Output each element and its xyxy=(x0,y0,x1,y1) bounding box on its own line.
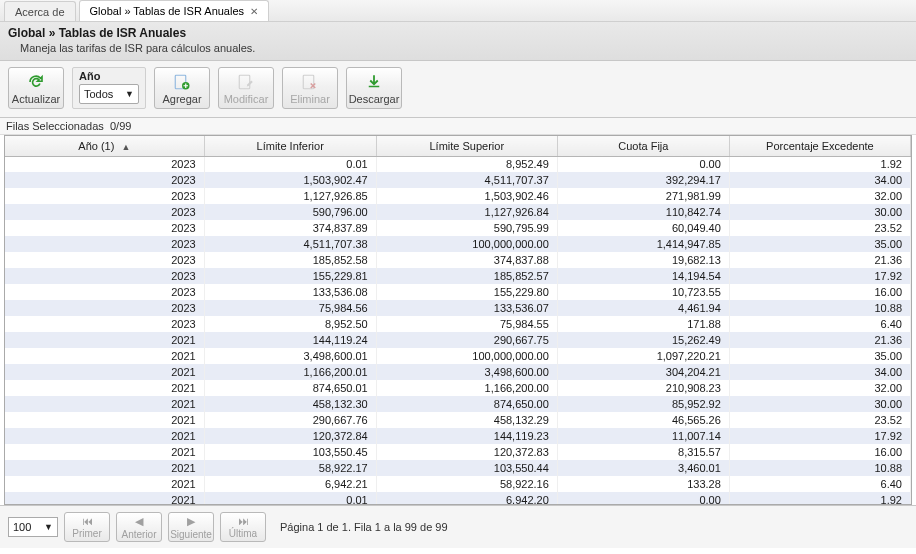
table-row[interactable]: 20238,952.5075,984.55171.886.40 xyxy=(5,316,911,332)
cell-lower: 120,372.84 xyxy=(204,428,376,444)
cell-upper: 590,795.99 xyxy=(376,220,557,236)
cell-year: 2021 xyxy=(5,428,204,444)
add-button[interactable]: Agregar xyxy=(154,67,210,109)
pager: 100 ▼ ⏮ Primer ◀ Anterior ▶ Siguiente ⏭ … xyxy=(0,505,916,548)
modify-button[interactable]: Modificar xyxy=(218,67,274,109)
header-label: Cuota Fija xyxy=(618,140,668,152)
table-row[interactable]: 20210.016,942.200.001.92 xyxy=(5,492,911,504)
table-row[interactable]: 202158,922.17103,550.443,460.0110.88 xyxy=(5,460,911,476)
table-row[interactable]: 2023133,536.08155,229.8010,723.5516.00 xyxy=(5,284,911,300)
year-value: Todos xyxy=(84,88,113,100)
tab-about[interactable]: Acerca de xyxy=(4,1,76,21)
cell-year: 2021 xyxy=(5,412,204,428)
table-row[interactable]: 20231,503,902.474,511,707.37392,294.1734… xyxy=(5,172,911,188)
table-row[interactable]: 2021103,550.45120,372.838,315.5716.00 xyxy=(5,444,911,460)
cell-lower: 8,952.50 xyxy=(204,316,376,332)
header-label: Porcentaje Excedente xyxy=(766,140,874,152)
table-row[interactable]: 2021290,667.76458,132.2946,565.2623.52 xyxy=(5,412,911,428)
cell-upper: 3,498,600.00 xyxy=(376,364,557,380)
cell-percent: 30.00 xyxy=(729,204,910,220)
delete-icon xyxy=(301,73,319,91)
cell-percent: 23.52 xyxy=(729,412,910,428)
data-grid-scroll[interactable]: Año (1) ▲ Límite Inferior Límite Superio… xyxy=(5,136,911,504)
refresh-button[interactable]: Actualizar xyxy=(8,67,64,109)
year-label: Año xyxy=(79,70,139,82)
button-label: Eliminar xyxy=(290,93,330,105)
table-row[interactable]: 20230.018,952.490.001.92 xyxy=(5,156,911,172)
cell-quota: 4,461.94 xyxy=(557,300,729,316)
table-row[interactable]: 202375,984.56133,536.074,461.9410.88 xyxy=(5,300,911,316)
cell-upper: 103,550.44 xyxy=(376,460,557,476)
cell-lower: 133,536.08 xyxy=(204,284,376,300)
table-row[interactable]: 2023155,229.81185,852.5714,194.5417.92 xyxy=(5,268,911,284)
cell-year: 2023 xyxy=(5,284,204,300)
tab-isr-tables[interactable]: Global » Tablas de ISR Anuales ✕ xyxy=(79,0,270,21)
cell-quota: 110,842.74 xyxy=(557,204,729,220)
table-row[interactable]: 20211,166,200.013,498,600.00304,204.2134… xyxy=(5,364,911,380)
table-row[interactable]: 2021458,132.30874,650.0085,952.9230.00 xyxy=(5,396,911,412)
button-label: Descargar xyxy=(349,93,400,105)
col-header-year[interactable]: Año (1) ▲ xyxy=(5,136,204,156)
table-row[interactable]: 20213,498,600.01100,000,000.001,097,220.… xyxy=(5,348,911,364)
table-row[interactable]: 2021874,650.011,166,200.00210,908.2332.0… xyxy=(5,380,911,396)
cell-percent: 17.92 xyxy=(729,268,910,284)
last-page-button[interactable]: ⏭ Última xyxy=(220,512,266,542)
header-label: Límite Inferior xyxy=(257,140,324,152)
first-page-button[interactable]: ⏮ Primer xyxy=(64,512,110,542)
cell-quota: 3,460.01 xyxy=(557,460,729,476)
table-row[interactable]: 20234,511,707.38100,000,000.001,414,947.… xyxy=(5,236,911,252)
col-header-upper[interactable]: Límite Superior xyxy=(376,136,557,156)
selection-count: 0/99 xyxy=(110,120,131,132)
cell-upper: 4,511,707.37 xyxy=(376,172,557,188)
button-label: Última xyxy=(229,528,257,539)
cell-percent: 21.36 xyxy=(729,252,910,268)
table-row[interactable]: 2023185,852.58374,837.8819,682.1321.36 xyxy=(5,252,911,268)
table-row[interactable]: 2021120,372.84144,119.2311,007.1417.92 xyxy=(5,428,911,444)
cell-percent: 10.88 xyxy=(729,460,910,476)
table-row[interactable]: 20216,942.2158,922.16133.286.40 xyxy=(5,476,911,492)
cell-lower: 290,667.76 xyxy=(204,412,376,428)
cell-percent: 21.36 xyxy=(729,332,910,348)
cell-quota: 0.00 xyxy=(557,492,729,504)
year-select[interactable]: Todos ▼ xyxy=(79,84,139,104)
cell-year: 2021 xyxy=(5,332,204,348)
table-row[interactable]: 2023374,837.89590,795.9960,049.4023.52 xyxy=(5,220,911,236)
sort-asc-icon: ▲ xyxy=(117,142,130,152)
cell-lower: 1,166,200.01 xyxy=(204,364,376,380)
next-page-button[interactable]: ▶ Siguiente xyxy=(168,512,214,542)
button-label: Primer xyxy=(72,528,101,539)
cell-year: 2021 xyxy=(5,396,204,412)
col-header-quota[interactable]: Cuota Fija xyxy=(557,136,729,156)
cell-lower: 155,229.81 xyxy=(204,268,376,284)
cell-percent: 35.00 xyxy=(729,236,910,252)
table-row[interactable]: 20231,127,926.851,503,902.46271,981.9932… xyxy=(5,188,911,204)
page-size-value: 100 xyxy=(13,521,31,533)
delete-button[interactable]: Eliminar xyxy=(282,67,338,109)
cell-upper: 1,127,926.84 xyxy=(376,204,557,220)
col-header-lower[interactable]: Límite Inferior xyxy=(204,136,376,156)
cell-upper: 58,922.16 xyxy=(376,476,557,492)
cell-lower: 458,132.30 xyxy=(204,396,376,412)
cell-upper: 6,942.20 xyxy=(376,492,557,504)
cell-year: 2021 xyxy=(5,380,204,396)
cell-percent: 1.92 xyxy=(729,492,910,504)
table-row[interactable]: 2023590,796.001,127,926.84110,842.7430.0… xyxy=(5,204,911,220)
page-header: Global » Tablas de ISR Anuales Maneja la… xyxy=(0,22,916,61)
cell-year: 2023 xyxy=(5,268,204,284)
cell-year: 2021 xyxy=(5,492,204,504)
page-size-select[interactable]: 100 ▼ xyxy=(8,517,58,537)
header-label: Límite Superior xyxy=(429,140,504,152)
next-icon: ▶ xyxy=(187,515,195,528)
cell-upper: 8,952.49 xyxy=(376,156,557,172)
cell-lower: 6,942.21 xyxy=(204,476,376,492)
col-header-percent[interactable]: Porcentaje Excedente xyxy=(729,136,910,156)
close-icon[interactable]: ✕ xyxy=(250,6,258,17)
chevron-down-icon: ▼ xyxy=(44,522,53,532)
tab-bar: Acerca de Global » Tablas de ISR Anuales… xyxy=(0,0,916,22)
cell-percent: 34.00 xyxy=(729,172,910,188)
download-icon xyxy=(365,73,383,91)
prev-page-button[interactable]: ◀ Anterior xyxy=(116,512,162,542)
download-button[interactable]: Descargar xyxy=(346,67,402,109)
cell-quota: 210,908.23 xyxy=(557,380,729,396)
table-row[interactable]: 2021144,119.24290,667.7515,262.4921.36 xyxy=(5,332,911,348)
